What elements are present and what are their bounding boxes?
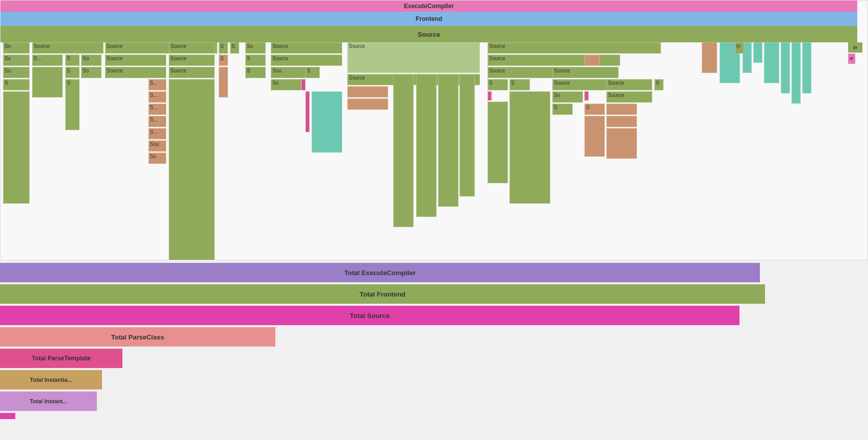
flame-block[interactable]: So <box>552 91 583 103</box>
flame-block-s-orange-tall[interactable] <box>219 67 228 97</box>
flame-block-orange[interactable]: S... <box>148 104 166 115</box>
flame-block[interactable]: So <box>3 42 30 54</box>
flame-block[interactable]: So <box>245 42 266 54</box>
flame-block-dp2[interactable] <box>488 91 492 101</box>
flame-block-in[interactable]: In <box>735 42 744 54</box>
flame-block-vtall2[interactable] <box>416 74 437 217</box>
flame-block-dp-tall[interactable] <box>305 91 310 132</box>
flame-block[interactable]: So <box>3 67 30 78</box>
flame-block[interactable]: S <box>245 55 266 66</box>
flame-block-s2[interactable]: S <box>509 79 530 90</box>
flame-block-s2[interactable]: S <box>230 42 239 54</box>
total-instant-row: Total Instant... <box>0 392 868 411</box>
flame-block[interactable]: Source <box>271 42 342 54</box>
flame-block-orange4[interactable] <box>606 104 637 115</box>
flame-block-orange[interactable]: Sou <box>148 140 166 152</box>
flame-block-orange[interactable]: So <box>148 153 166 164</box>
flame-block-dp3[interactable] <box>584 91 589 101</box>
total-frontend-bar[interactable]: Total Frontend <box>0 284 765 304</box>
flame-block[interactable]: So <box>81 55 101 66</box>
flame-block-orange[interactable] <box>584 55 600 66</box>
flame-block-vtall4[interactable] <box>459 74 475 197</box>
flame-block-s[interactable]: S <box>305 67 320 78</box>
flame-block-s3[interactable]: S <box>552 104 573 115</box>
flame-block[interactable]: Source <box>488 42 661 54</box>
total-execute-compiler-label: Total ExecuteCompiler <box>344 269 416 277</box>
flame-block-lg[interactable]: Source <box>347 42 480 73</box>
flame-block[interactable]: Source <box>606 79 652 90</box>
flame-block[interactable]: Source <box>488 55 620 66</box>
total-parse-template-label: Total ParseTemplate <box>32 355 91 362</box>
total-source-bar[interactable]: Total Source <box>0 306 739 325</box>
flame-block-vtall3[interactable] <box>438 74 458 207</box>
flame-block[interactable]: S <box>245 67 266 78</box>
flame-block-teal7[interactable] <box>792 42 801 104</box>
flame-block[interactable]: So <box>271 79 301 90</box>
flame-block-teal[interactable] <box>312 91 342 153</box>
execute-compiler-label: ExecuteCompiler <box>404 3 454 10</box>
flame-block[interactable] <box>32 67 63 97</box>
flame-block[interactable]: Source <box>105 55 166 66</box>
flame-block-orange3[interactable] <box>584 116 605 157</box>
total-execute-compiler-row: Total ExecuteCompiler <box>0 263 868 282</box>
flame-block[interactable]: Source <box>606 91 652 103</box>
flame-block-orange[interactable]: S... <box>148 79 166 90</box>
flame-block[interactable]: S <box>65 67 80 78</box>
total-parse-class-row: Total ParseClass <box>0 327 868 347</box>
flame-block[interactable]: Source <box>271 55 342 66</box>
total-parse-class-bar[interactable]: Total ParseClass <box>0 327 275 347</box>
flame-block[interactable]: S <box>3 79 30 90</box>
flame-block[interactable]: Source <box>169 42 215 54</box>
flame-block[interactable]: So <box>81 67 101 78</box>
flame-block-orange[interactable]: S... <box>148 91 166 103</box>
flame-block-orange[interactable]: S... <box>148 128 166 139</box>
flame-block[interactable]: Source <box>32 42 104 54</box>
total-instantia-label: Total Instantia... <box>30 377 72 383</box>
chart-container: ExecuteCompiler Frontend Source In P So … <box>0 0 868 437</box>
flame-block-s[interactable]: S <box>219 42 228 54</box>
flame-block-s[interactable]: S <box>488 79 508 90</box>
flame-block-dp[interactable] <box>301 79 305 90</box>
flame-block-teal6[interactable] <box>781 42 790 93</box>
summary-bars-area: Total ExecuteCompiler Total Frontend Tot… <box>0 260 868 437</box>
bottom-pink-stub <box>0 413 15 419</box>
flame-block-s-orange[interactable]: S <box>219 55 228 66</box>
flame-block-orange2[interactable]: S <box>584 104 605 115</box>
flame-block-teal5[interactable] <box>764 42 779 83</box>
flame-block[interactable]: S <box>65 55 80 66</box>
execute-compiler-bar: ExecuteCompiler <box>1 1 857 12</box>
flame-block[interactable]: Source <box>169 67 215 78</box>
flame-block[interactable]: Source <box>552 67 619 78</box>
total-execute-compiler-bar[interactable]: Total ExecuteCompiler <box>0 263 760 282</box>
bottom-stub-row <box>0 413 868 432</box>
total-source-label: Total Source <box>350 312 390 320</box>
flame-block-orange[interactable] <box>347 99 388 110</box>
total-instant-bar[interactable]: Total Instant... <box>0 392 97 411</box>
flame-block[interactable]: S... <box>32 55 63 66</box>
flame-block-orange5[interactable] <box>606 116 637 127</box>
flame-block-tall[interactable] <box>169 79 215 260</box>
flame-block-orange7[interactable] <box>702 42 717 73</box>
flame-block[interactable]: Source <box>105 67 166 78</box>
flame-block-teal8[interactable] <box>802 42 811 93</box>
source-main-label: Source <box>418 31 440 38</box>
flame-block-orange[interactable] <box>347 86 388 97</box>
total-frontend-row: Total Frontend <box>0 284 868 304</box>
frontend-bar: Frontend <box>1 12 857 26</box>
flame-block-tall3[interactable] <box>509 91 550 204</box>
total-source-row: Total Source <box>0 306 868 325</box>
flame-block-tall2[interactable] <box>488 102 508 183</box>
flame-block-vtall[interactable] <box>393 74 414 227</box>
total-parse-template-bar[interactable]: Total ParseTemplate <box>0 349 122 368</box>
flame-block[interactable]: So <box>3 55 30 66</box>
flame-block-orange[interactable]: S... <box>148 116 166 127</box>
flame-block[interactable]: S <box>65 79 80 130</box>
flame-block-orange6[interactable] <box>606 128 637 159</box>
total-instantia-bar[interactable]: Total Instantia... <box>0 370 102 389</box>
flame-block-s4[interactable]: S <box>654 79 663 90</box>
source-main-bar: Source <box>1 26 857 42</box>
flame-block-tall[interactable] <box>3 91 30 204</box>
total-parse-class-label: Total ParseClass <box>111 333 164 341</box>
flame-block[interactable]: Source <box>169 55 215 66</box>
flame-block-teal4[interactable] <box>753 42 762 63</box>
